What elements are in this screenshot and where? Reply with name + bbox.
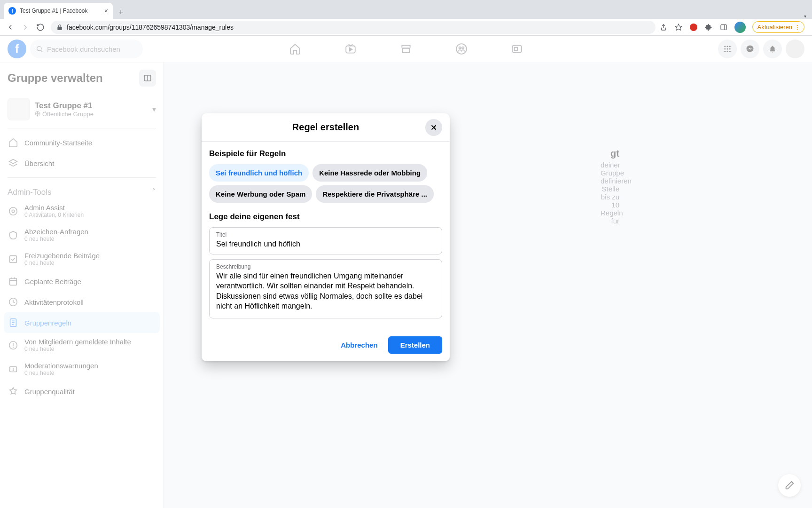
facebook-favicon: f: [8, 7, 16, 15]
update-button[interactable]: Aktualisieren ⋮: [752, 21, 804, 33]
close-icon: [429, 123, 438, 132]
chip-privacy[interactable]: Respektiere die Privatsphäre ...: [316, 185, 434, 203]
profile-avatar-icon[interactable]: [734, 22, 746, 33]
update-label: Aktualisieren: [757, 24, 792, 31]
title-field[interactable]: Titel: [209, 227, 442, 254]
modal-close-button[interactable]: [425, 119, 442, 136]
extensions-icon[interactable]: [704, 23, 713, 32]
browser-tab-strip: f Test Gruppe #1 | Facebook × + ▾: [0, 0, 812, 19]
sidepanel-icon[interactable]: [719, 23, 728, 32]
share-icon[interactable]: [659, 23, 668, 32]
lock-icon: [56, 24, 63, 31]
extension-ablock-icon[interactable]: [689, 23, 698, 32]
forward-button[interactable]: [19, 21, 32, 34]
description-label: Beschreibung: [216, 263, 435, 270]
examples-heading: Beispiele für Regeln: [209, 149, 442, 159]
browser-toolbar: facebook.com/groups/1187626598741303/man…: [0, 19, 812, 36]
tabs-dropdown-icon[interactable]: ▾: [798, 14, 812, 19]
new-tab-button[interactable]: +: [113, 6, 129, 19]
cancel-button[interactable]: Abbrechen: [334, 336, 384, 354]
svg-marker-0: [675, 24, 681, 30]
description-textarea[interactable]: [216, 271, 435, 311]
toolbar-right: Aktualisieren ⋮: [659, 21, 808, 33]
own-heading: Lege deine eigenen fest: [209, 212, 442, 222]
chip-no-hate[interactable]: Keine Hassrede oder Mobbing: [312, 164, 427, 182]
title-label: Titel: [216, 231, 435, 238]
modal-footer: Abbrechen Erstellen: [202, 331, 450, 361]
chip-no-spam[interactable]: Keine Werbung oder Spam: [209, 185, 312, 203]
tab-title: Test Gruppe #1 | Facebook: [20, 8, 101, 14]
modal-title: Regel erstellen: [292, 122, 359, 133]
create-rule-modal: Regel erstellen Beispiele für Regeln Sei…: [202, 113, 450, 361]
browser-tab[interactable]: f Test Gruppe #1 | Facebook ×: [4, 3, 113, 19]
star-icon[interactable]: [674, 23, 683, 32]
chip-friendly[interactable]: Sei freundlich und höflich: [209, 164, 309, 182]
url-text: facebook.com/groups/1187626598741303/man…: [67, 24, 234, 31]
create-button[interactable]: Erstellen: [388, 336, 442, 354]
reload-button[interactable]: [34, 21, 47, 34]
modal-header: Regel erstellen: [202, 113, 450, 142]
modal-body: Beispiele für Regeln Sei freundlich und …: [202, 142, 450, 331]
back-button[interactable]: [4, 21, 17, 34]
address-bar[interactable]: facebook.com/groups/1187626598741303/man…: [51, 21, 656, 34]
svg-rect-1: [721, 24, 726, 30]
title-input[interactable]: [216, 239, 435, 249]
description-field[interactable]: Beschreibung: [209, 259, 442, 318]
menu-dots-icon: ⋮: [794, 24, 799, 31]
example-chips: Sei freundlich und höflich Keine Hassred…: [209, 164, 442, 203]
close-tab-icon[interactable]: ×: [104, 7, 108, 15]
